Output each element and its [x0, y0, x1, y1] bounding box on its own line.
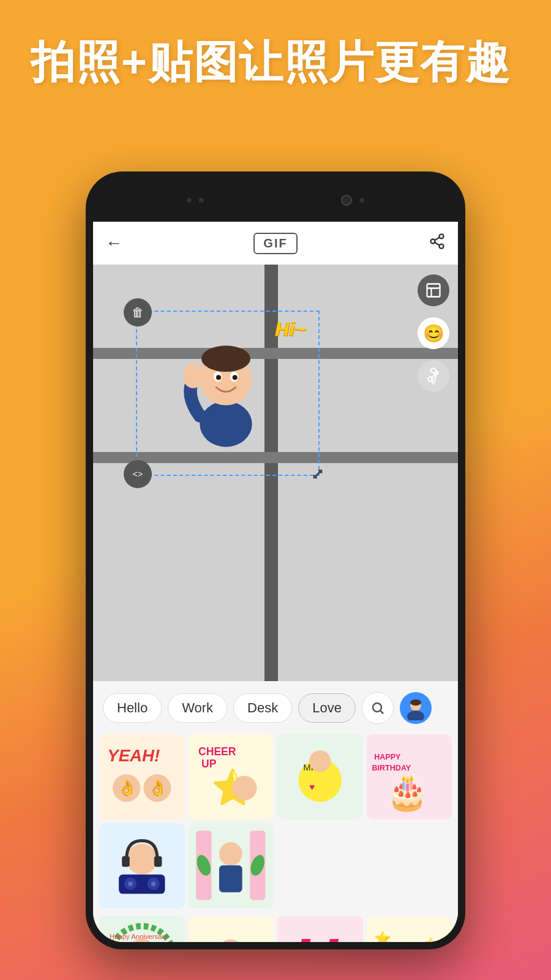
right-icons: 😊	[418, 274, 449, 392]
sticker-travel[interactable]	[189, 823, 274, 909]
bottom-panel: Hello Work Desk Love	[93, 681, 458, 942]
svg-point-47	[219, 843, 242, 866]
app-topbar: ← GIF	[93, 222, 458, 265]
effects-button[interactable]	[418, 360, 449, 392]
sticker-selection-box[interactable]: 🗑 <> Hi~	[136, 311, 320, 476]
tags-row: Hello Work Desk Love	[93, 681, 458, 730]
svg-rect-43	[122, 856, 130, 867]
tag-hello[interactable]: Hello	[103, 693, 162, 723]
svg-text:👌: 👌	[148, 778, 168, 797]
notch-bar	[223, 193, 321, 208]
svg-point-14	[233, 375, 238, 380]
svg-point-8	[200, 401, 252, 447]
code-handle[interactable]: <>	[124, 460, 152, 488]
tag-work[interactable]: Work	[168, 693, 227, 723]
sticker-u[interactable]: U	[277, 916, 363, 942]
svg-text:👌: 👌	[118, 778, 137, 797]
tag-desk[interactable]: Desk	[233, 693, 292, 723]
svg-text:🎂: 🎂	[386, 771, 430, 812]
phone-frame: ← GIF	[86, 172, 465, 949]
svg-point-13	[216, 375, 221, 380]
svg-text:U: U	[293, 925, 339, 942]
phone-top-bar	[93, 179, 458, 222]
svg-text:⭐: ⭐	[375, 930, 392, 942]
svg-text:Happy Anniversary: Happy Anniversary	[110, 933, 168, 940]
svg-line-4	[435, 237, 440, 240]
sticker-dj[interactable]	[99, 823, 185, 909]
svg-text:HAPPY: HAPPY	[375, 753, 402, 761]
svg-point-29	[233, 775, 257, 800]
photo-edit-button[interactable]	[418, 274, 449, 306]
gif-badge: GIF	[253, 233, 297, 254]
emoji-button[interactable]: 😊	[418, 317, 449, 349]
svg-point-20	[407, 710, 424, 720]
sticker-cheerup[interactable]: CHEER UP ⭐	[189, 734, 274, 820]
sticker-birthday[interactable]: HAPPY BIRTHDAY 🎂	[367, 734, 452, 820]
sticker-guitar[interactable]	[189, 916, 274, 942]
svg-line-3	[435, 242, 440, 245]
title-area: 拍照+贴图让照片更有趣	[31, 37, 520, 88]
svg-point-42	[151, 882, 156, 887]
sticker-miss2[interactable]: MISS ⭐ ⭐	[367, 916, 452, 942]
avatar-button[interactable]	[400, 692, 432, 724]
svg-point-41	[128, 882, 133, 887]
page-title: 拍照+贴图让照片更有趣	[31, 37, 520, 88]
svg-text:YEAH!: YEAH!	[107, 746, 160, 765]
sticker-miss[interactable]: MISS ♥	[277, 734, 363, 820]
delete-sticker-button[interactable]: 🗑	[124, 298, 152, 326]
screen: ← GIF	[93, 222, 458, 942]
svg-rect-48	[219, 865, 242, 892]
camera-view: 😊 🗑 <>	[93, 265, 458, 681]
search-sticker-button[interactable]	[362, 692, 394, 724]
svg-point-55	[219, 939, 242, 942]
svg-line-17	[381, 711, 383, 714]
svg-point-37	[127, 844, 157, 875]
front-camera	[341, 195, 352, 206]
sticker-grid-row1: YEAH! 👌 👌 CHEER UP ⭐	[93, 730, 458, 912]
svg-point-6	[428, 377, 433, 382]
svg-text:BIRTHDAY: BIRTHDAY	[372, 764, 411, 772]
share-button[interactable]	[429, 233, 446, 254]
speaker-dot2	[359, 198, 364, 203]
svg-point-10	[201, 345, 250, 372]
svg-point-32	[309, 750, 331, 772]
sensor-dot	[199, 198, 204, 203]
phone-inner: ← GIF	[93, 179, 458, 942]
tag-love[interactable]: Love	[298, 693, 356, 723]
back-button[interactable]: ←	[105, 233, 122, 253]
sticker-grid-row2: Happy Anniversary	[93, 912, 458, 942]
speaker-dot	[187, 198, 192, 203]
svg-text:♥: ♥	[309, 782, 315, 792]
resize-handle[interactable]	[304, 460, 332, 488]
sticker-yeah[interactable]: YEAH! 👌 👌	[99, 734, 185, 820]
svg-text:⭐: ⭐	[424, 937, 438, 942]
camera-dots	[187, 193, 364, 208]
svg-rect-5	[427, 284, 440, 297]
cartoon-sticker	[149, 318, 302, 465]
svg-rect-44	[154, 856, 162, 867]
svg-point-16	[373, 703, 381, 712]
svg-text:CHEER: CHEER	[199, 745, 237, 758]
svg-point-19	[410, 699, 421, 706]
sticker-wreath[interactable]: Happy Anniversary	[99, 916, 185, 942]
